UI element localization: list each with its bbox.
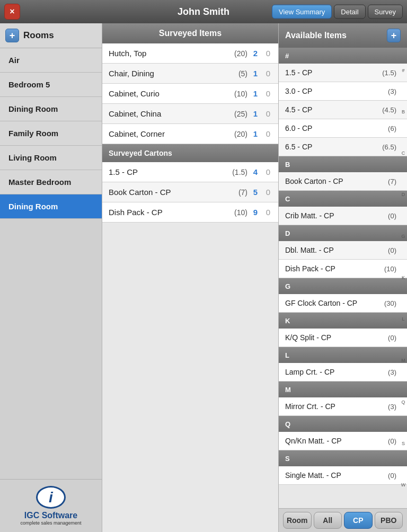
item-name: Hutch, Top bbox=[109, 49, 226, 58]
bottom-tab-all[interactable]: All bbox=[314, 512, 342, 529]
middle-panel: Surveyed Items Hutch, Top (20) 2 0 Chair… bbox=[102, 23, 279, 532]
alpha-index-item[interactable]: W bbox=[401, 483, 406, 487]
view-summary-button[interactable]: View Summary bbox=[272, 5, 332, 19]
surveyed-cartons-title: Surveyed Cartons bbox=[109, 149, 172, 157]
avail-item-row[interactable]: 3.0 - CP (3) bbox=[279, 82, 407, 101]
table-row[interactable]: Cabinet, Curio (10) 1 0 bbox=[102, 84, 278, 104]
table-row[interactable]: Hutch, Top (20) 2 0 bbox=[102, 43, 278, 64]
alpha-index-item[interactable]: S bbox=[402, 441, 405, 446]
sidebar-item-master-bedroom-5[interactable]: Master Bedroom bbox=[0, 170, 102, 194]
avail-item-row[interactable]: 1.5 - CP (1.5) bbox=[279, 64, 407, 82]
avail-item-row[interactable]: 4.5 - CP (4.5) bbox=[279, 101, 407, 119]
carton-row[interactable]: Book Carton - CP (7) 5 0 bbox=[102, 182, 278, 202]
avail-section-label: B bbox=[285, 161, 290, 169]
rooms-list: AirBedroom 5Dining RoomFamily RoomLiving… bbox=[0, 48, 102, 479]
header-actions: View Summary Detail Survey bbox=[272, 5, 403, 19]
survey-button[interactable]: Survey bbox=[368, 5, 403, 19]
sidebar-item-family-room-3[interactable]: Family Room bbox=[0, 121, 102, 146]
avail-item-name: Book Carton - CP bbox=[285, 177, 386, 185]
avail-item-row[interactable]: GF Clock Carton - CP (30) bbox=[279, 294, 407, 313]
item-count: 1 bbox=[252, 89, 259, 98]
right-panel: Available Items + #BCDGKLMQSW# 1.5 - CP … bbox=[279, 23, 407, 532]
avail-item-row[interactable]: Lamp Crt. - CP (3) bbox=[279, 363, 407, 382]
avail-section-header: M bbox=[279, 382, 407, 397]
item-zero: 0 bbox=[264, 49, 272, 58]
available-items-title: Available Items bbox=[285, 31, 347, 40]
carton-zero: 0 bbox=[264, 208, 272, 217]
item-count: 1 bbox=[252, 129, 259, 138]
item-qty: (25) bbox=[226, 110, 247, 118]
item-name: Chair, Dining bbox=[109, 69, 226, 78]
detail-button[interactable]: Detail bbox=[334, 5, 365, 19]
alpha-index-item[interactable]: G bbox=[401, 234, 405, 239]
carton-row[interactable]: Dish Pack - CP (10) 9 0 bbox=[102, 202, 278, 223]
table-row[interactable]: Chair, Dining (5) 1 0 bbox=[102, 64, 278, 84]
avail-item-qty: (10) bbox=[384, 265, 396, 273]
avail-item-row[interactable]: Dbl. Matt. - CP (0) bbox=[279, 241, 407, 260]
avail-item-row[interactable]: Dish Pack - CP (10) bbox=[279, 260, 407, 278]
carton-qty: (1.5) bbox=[226, 168, 247, 176]
app-header: × John Smith View Summary Detail Survey bbox=[0, 0, 407, 23]
bottom-tabs: RoomAllCPPBO bbox=[279, 508, 407, 532]
surveyed-items-title: Surveyed Items bbox=[159, 29, 222, 38]
sidebar-item-dining-room-2[interactable]: Dining Room bbox=[0, 97, 102, 121]
available-items-header: Available Items + bbox=[279, 23, 407, 48]
avail-section-header: Q bbox=[279, 416, 407, 432]
avail-section-label: K bbox=[285, 317, 290, 325]
carton-name: Book Carton - CP bbox=[109, 188, 226, 197]
alpha-index-item[interactable]: Q bbox=[401, 400, 405, 405]
avail-item-qty: (3) bbox=[388, 87, 396, 95]
item-name: Cabinet, Curio bbox=[109, 89, 226, 98]
avail-item-row[interactable]: Mirror Crt. - CP (3) bbox=[279, 397, 407, 416]
carton-row[interactable]: 1.5 - CP (1.5) 4 0 bbox=[102, 162, 278, 182]
logo-tagline: complete sales management bbox=[20, 520, 81, 526]
carton-name: Dish Pack - CP bbox=[109, 208, 226, 217]
table-row[interactable]: Cabinet, Corner (20) 1 0 bbox=[102, 124, 278, 144]
sidebar-item-air-0[interactable]: Air bbox=[0, 48, 102, 73]
avail-section-header: L bbox=[279, 347, 407, 363]
alpha-index-item[interactable]: D bbox=[402, 192, 405, 197]
avail-section-header: B bbox=[279, 156, 407, 172]
avail-item-row[interactable]: 6.5 - CP (6.5) bbox=[279, 138, 407, 156]
avail-item-row[interactable]: Book Carton - CP (7) bbox=[279, 172, 407, 191]
avail-item-row[interactable]: Crib Matt. - CP (0) bbox=[279, 207, 407, 225]
add-room-button[interactable]: + bbox=[5, 29, 19, 42]
item-qty: (20) bbox=[226, 130, 247, 138]
avail-item-row[interactable]: Qn/Kn Matt. - CP (0) bbox=[279, 432, 407, 450]
bottom-tab-cp[interactable]: CP bbox=[344, 512, 373, 529]
item-name: Cabinet, Corner bbox=[109, 129, 226, 138]
avail-item-qty: (4.5) bbox=[382, 106, 396, 114]
sidebar-item-living-room-4[interactable]: Living Room bbox=[0, 146, 102, 170]
sidebar-item-dining-room-6[interactable]: Dining Room bbox=[0, 194, 102, 219]
avail-item-name: Lamp Crt. - CP bbox=[285, 368, 386, 376]
carton-qty: (7) bbox=[226, 188, 247, 197]
carton-count: 5 bbox=[252, 188, 259, 197]
alpha-index-item[interactable]: M bbox=[401, 358, 405, 363]
sidebar-item-bedroom-5-1[interactable]: Bedroom 5 bbox=[0, 73, 102, 97]
alpha-index-item[interactable]: L bbox=[402, 317, 404, 322]
avail-item-qty: (0) bbox=[388, 212, 396, 220]
plus-icon: + bbox=[391, 30, 397, 41]
bottom-tab-pbo[interactable]: PBO bbox=[375, 512, 403, 529]
alpha-index-item[interactable]: B bbox=[402, 110, 405, 114]
avail-item-name: Crib Matt. - CP bbox=[285, 211, 386, 220]
close-button[interactable]: × bbox=[4, 4, 20, 20]
avail-item-name: 6.5 - CP bbox=[285, 143, 380, 151]
avail-item-qty: (0) bbox=[388, 472, 396, 480]
alpha-index-item[interactable]: # bbox=[402, 68, 404, 73]
avail-item-row[interactable]: K/Q Split - CP (0) bbox=[279, 329, 407, 347]
avail-item-row[interactable]: Single Matt. - CP (0) bbox=[279, 466, 407, 485]
avail-item-row[interactable]: 6.0 - CP (6) bbox=[279, 119, 407, 138]
avail-item-name: Single Matt. - CP bbox=[285, 471, 386, 480]
alpha-index-item[interactable]: C bbox=[402, 151, 405, 156]
alpha-index-item[interactable]: K bbox=[402, 276, 405, 280]
item-zero: 0 bbox=[264, 129, 272, 138]
add-item-button[interactable]: + bbox=[387, 29, 401, 42]
avail-item-qty: (3) bbox=[388, 368, 396, 376]
bottom-tab-room[interactable]: Room bbox=[283, 512, 312, 529]
avail-item-name: Mirror Crt. - CP bbox=[285, 402, 386, 411]
avail-item-name: GF Clock Carton - CP bbox=[285, 299, 382, 307]
avail-section-label: C bbox=[285, 195, 290, 203]
sidebar-title: Rooms bbox=[23, 30, 54, 41]
table-row[interactable]: Cabinet, China (25) 1 0 bbox=[102, 104, 278, 124]
